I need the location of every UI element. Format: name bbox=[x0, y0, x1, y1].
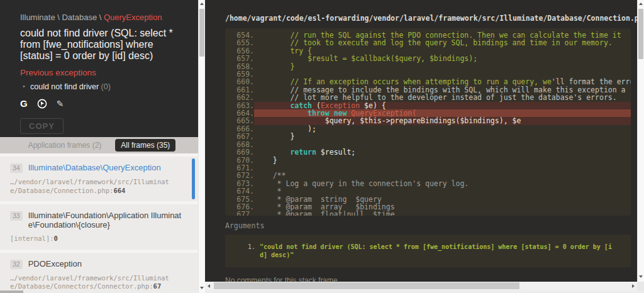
frame-class-name: Illuminate\Database\QueryException bbox=[28, 163, 186, 172]
code-text: ); bbox=[254, 125, 631, 133]
breadcrumb-namespace: Illuminate \ Database \ bbox=[20, 13, 104, 22]
frame-number-badge: 33 bbox=[10, 211, 23, 221]
left-horizontal-scrollbar[interactable] bbox=[0, 290, 198, 293]
frame-file-location: …/vendor/laravel/framework/src/Illuminat… bbox=[10, 178, 175, 195]
code-line: 673. * Log a query in the connection's q… bbox=[225, 180, 631, 187]
tab-all-frames[interactable]: All frames (35) bbox=[115, 139, 175, 152]
code-text: * @param float|null $time bbox=[254, 211, 631, 216]
frame-item[interactable]: 33Illuminate\Foundation\Application Illu… bbox=[0, 204, 198, 250]
code-text: } bbox=[254, 63, 631, 70]
scroll-down-icon[interactable] bbox=[638, 273, 644, 280]
exception-summary: Illuminate \ Database \ QueryException c… bbox=[0, 0, 198, 137]
exception-message: could not find driver (SQL: select * fro… bbox=[20, 28, 185, 62]
frame-class-name: Illuminate\Foundation\Application Illumi… bbox=[28, 211, 186, 229]
line-number: 655. bbox=[225, 39, 254, 47]
stack-frames-list: 34Illuminate\Database\QueryException…/ve… bbox=[0, 153, 198, 290]
duckduckgo-search-icon[interactable] bbox=[37, 99, 47, 109]
line-number: 662. bbox=[225, 94, 254, 101]
line-number: 660. bbox=[225, 78, 254, 86]
frames-filter-tabs: Application frames (2) All frames (35) bbox=[0, 137, 198, 153]
code-line: 677. * @param float|null $time bbox=[225, 211, 631, 216]
code-text: * Log a query in the connection's query … bbox=[254, 180, 631, 187]
frame-comments-text: No comments for this stack frame. bbox=[225, 276, 637, 282]
code-text: } bbox=[254, 157, 631, 164]
line-number: 669. bbox=[225, 148, 254, 156]
argument-value: "could not find driver (SQL: select * fr… bbox=[260, 243, 618, 259]
code-line: 670. } bbox=[225, 157, 631, 164]
breadcrumb-class: QueryException bbox=[104, 13, 162, 22]
frame-line-number: 67 bbox=[153, 282, 162, 290]
code-text: return $result; bbox=[254, 148, 631, 156]
code-viewer: 654. // run the SQL against the PDO conn… bbox=[225, 28, 631, 216]
frame-number-badge: 34 bbox=[10, 163, 23, 173]
code-horizontal-scrollbar-thumb[interactable] bbox=[214, 282, 519, 289]
code-text bbox=[254, 164, 631, 172]
code-line: 669. return $result; bbox=[225, 148, 631, 156]
breadcrumb: Illuminate \ Database \ QueryException bbox=[20, 13, 180, 23]
frame-file-path: /home/vagrant/code/esl-forwarding/vendor… bbox=[205, 0, 637, 23]
line-number: 657. bbox=[225, 55, 254, 62]
frame-line-number: 664 bbox=[113, 187, 125, 194]
argument-index: 1. bbox=[225, 243, 255, 259]
active-frame-indicator bbox=[192, 158, 195, 199]
frame-line-number: 0 bbox=[54, 235, 58, 242]
frame-details-panel: /home/vagrant/code/esl-forwarding/vendor… bbox=[205, 0, 637, 282]
frame-class-name: PDOException bbox=[28, 259, 186, 268]
left-horizontal-scrollbar-thumb[interactable] bbox=[0, 290, 23, 293]
scroll-down-icon[interactable] bbox=[199, 284, 205, 292]
arguments-box: 1."could not find driver (SQL: select * … bbox=[225, 235, 631, 267]
argument-item: 1."could not find driver (SQL: select * … bbox=[225, 243, 622, 259]
scroll-up-icon[interactable] bbox=[638, 0, 644, 8]
tab-application-frames[interactable]: Application frames (2) bbox=[23, 139, 108, 152]
frame-file-location: …/vendor/laravel/framework/src/Illuminat… bbox=[10, 274, 175, 291]
scroll-up-icon[interactable] bbox=[199, 0, 205, 8]
scroll-right-icon[interactable] bbox=[630, 282, 637, 290]
line-number: 667. bbox=[225, 133, 254, 140]
frame-item[interactable]: 34Illuminate\Database\QueryException…/ve… bbox=[0, 157, 198, 201]
scroll-left-icon[interactable] bbox=[205, 282, 213, 290]
line-number: 672. bbox=[225, 172, 254, 179]
search-icon-row: G ✎ bbox=[20, 98, 180, 109]
whoops-exception-page: Illuminate \ Database \ QueryException c… bbox=[0, 0, 644, 293]
previous-exceptions-list: could not find driver (0) bbox=[20, 82, 180, 91]
frame-file-location: [internal]:0 bbox=[10, 235, 175, 243]
page-bottom-strip bbox=[205, 290, 644, 293]
left-panel-scrollbar[interactable] bbox=[198, 0, 205, 293]
code-horizontal-scrollbar[interactable] bbox=[205, 282, 637, 290]
arguments-heading: Arguments bbox=[225, 221, 637, 230]
previous-exception-message: could not find driver bbox=[30, 82, 99, 91]
copy-button[interactable]: COPY bbox=[20, 118, 64, 134]
code-text: } bbox=[254, 133, 631, 140]
previous-exceptions-heading: Previous exceptions bbox=[20, 68, 180, 77]
line-number: 677. bbox=[225, 211, 254, 216]
code-line: 667. } bbox=[225, 133, 631, 140]
previous-exception-count: (0) bbox=[101, 82, 111, 91]
frame-item[interactable]: 32PDOException…/vendor/laravel/framework… bbox=[0, 253, 198, 291]
details-panel-scrollbar[interactable] bbox=[637, 0, 644, 282]
left-panel: Illuminate \ Database \ QueryException c… bbox=[0, 0, 198, 290]
line-number: 674. bbox=[225, 187, 254, 195]
code-line: 671. bbox=[225, 164, 631, 172]
details-panel-scrollbar-thumb[interactable] bbox=[638, 9, 643, 59]
pen-edit-icon[interactable]: ✎ bbox=[57, 99, 64, 109]
code-text: $result = $callback($query, $bindings); bbox=[254, 55, 631, 62]
code-line: 658. } bbox=[225, 63, 631, 70]
left-panel-scrollbar-thumb[interactable] bbox=[199, 9, 204, 57]
google-search-icon[interactable]: G bbox=[20, 99, 28, 109]
previous-exception-item[interactable]: could not find driver (0) bbox=[20, 82, 180, 91]
frame-number-badge: 32 bbox=[10, 260, 23, 269]
line-number: 665. bbox=[225, 117, 254, 124]
